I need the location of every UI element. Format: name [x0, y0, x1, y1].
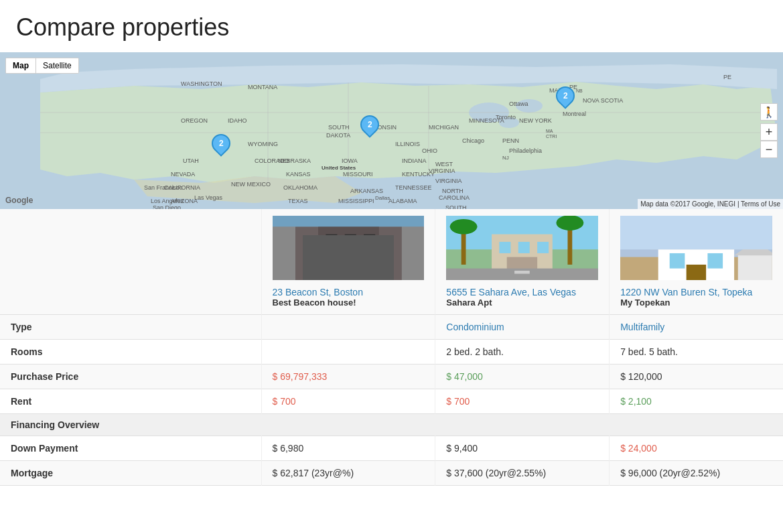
svg-rect-75 [344, 257, 356, 273]
svg-text:UTAH: UTAH [183, 157, 199, 164]
zoom-out-button[interactable]: − [760, 141, 778, 158]
svg-text:ALABAMA: ALABAMA [388, 198, 417, 204]
svg-text:IOWA: IOWA [342, 157, 358, 164]
row-value: $ 69,797,333 [261, 364, 435, 389]
property-photo-topeka [620, 216, 772, 280]
map-attribution: Map data ©2017 Google, INEGI | Terms of … [638, 199, 783, 209]
svg-text:CAROLINA: CAROLINA [439, 194, 470, 201]
svg-text:WASHINGTON: WASHINGTON [181, 80, 222, 87]
property-address-topeka[interactable]: 1220 NW Van Buren St, Topeka [620, 287, 752, 297]
svg-rect-73 [364, 235, 375, 250]
svg-text:WEST: WEST [435, 161, 453, 168]
svg-text:ILLINOIS: ILLINOIS [395, 141, 420, 147]
row-value: $ 62,817 (23yr@%) [261, 461, 435, 486]
property-col-boston: 23 Beacon St, Boston Best Beacon house! [261, 209, 435, 315]
svg-text:PENN: PENN [502, 137, 519, 144]
map-view-button[interactable]: Map [6, 58, 36, 73]
svg-point-82 [450, 219, 478, 235]
row-label: Down Payment [0, 436, 261, 461]
svg-rect-90 [446, 269, 598, 280]
svg-text:NEW MEXICO: NEW MEXICO [231, 181, 271, 188]
satellite-view-button[interactable]: Satellite [36, 58, 78, 73]
svg-rect-88 [537, 242, 549, 253]
row-label: Purchase Price [0, 364, 261, 389]
svg-text:Toronto: Toronto [496, 114, 516, 121]
svg-text:Montreal: Montreal [563, 111, 586, 117]
properties-header-row: 23 Beacon St, Boston Best Beacon house! [0, 209, 783, 315]
zoom-in-button[interactable]: + [760, 123, 778, 141]
svg-rect-72 [344, 235, 356, 250]
svg-text:Los Angeles: Los Angeles [151, 198, 184, 204]
svg-text:OREGON: OREGON [181, 117, 208, 124]
row-value: $ 6,980 [261, 436, 435, 461]
svg-text:MICHIGAN: MICHIGAN [429, 124, 459, 131]
svg-text:NEW YORK: NEW YORK [519, 117, 552, 124]
row-label: Rooms [0, 340, 261, 364]
svg-text:GEORGIA: GEORGIA [435, 208, 464, 209]
property-col-topeka: 1220 NW Van Buren St, Topeka My Topekan [610, 209, 783, 315]
svg-text:ARKANSAS: ARKANSAS [350, 188, 383, 194]
svg-text:IDAHO: IDAHO [228, 117, 247, 124]
map-pin-boston[interactable]: 2 [212, 134, 230, 153]
row-label: Mortgage [0, 461, 261, 486]
property-col-vegas: 5655 E Sahara Ave, Las Vegas Sahara Apt [435, 209, 610, 315]
svg-text:NJ: NJ [502, 155, 509, 161]
svg-text:TENNESSEE: TENNESSEE [395, 184, 432, 191]
svg-rect-69 [318, 219, 379, 280]
svg-text:DAKOTA: DAKOTA [326, 132, 350, 139]
row-value [261, 315, 435, 340]
row-value: 2 bed. 2 bath. [435, 340, 610, 364]
svg-text:NORTH: NORTH [442, 188, 464, 194]
svg-text:INDIANA: INDIANA [402, 157, 427, 164]
svg-rect-99 [738, 253, 772, 280]
svg-text:MISSOURI: MISSOURI [343, 171, 373, 178]
svg-text:NEBRASKA: NEBRASKA [278, 157, 311, 164]
svg-text:OHIO: OHIO [422, 147, 437, 154]
property-photo-boston [273, 216, 425, 280]
row-value: $ 120,000 [610, 364, 783, 389]
property-description-topeka: My Topekan [620, 297, 772, 308]
svg-text:CTRI: CTRI [546, 134, 557, 139]
svg-text:San Francisco: San Francisco [144, 184, 183, 191]
map-container: SOUTH DAKOTA OREGON IDAHO WYOMING COLORA… [0, 52, 783, 209]
property-address-vegas[interactable]: 5655 E Sahara Ave, Las Vegas [446, 287, 576, 297]
property-photo-vegas [446, 216, 598, 280]
compare-row: Purchase Price$ 69,797,333$ 47,000$ 120,… [0, 364, 783, 389]
svg-text:United States: United States [322, 165, 356, 171]
property-description-boston: Best Beacon house! [273, 297, 425, 308]
svg-text:KANSAS: KANSAS [286, 171, 311, 178]
row-value: $ 700 [261, 389, 435, 414]
svg-text:MONTANA: MONTANA [248, 84, 277, 90]
compare-row: Down Payment$ 6,980$ 9,400$ 24,000 [0, 436, 783, 461]
svg-rect-78 [337, 269, 360, 280]
svg-text:SOUTH: SOUTH [328, 124, 350, 131]
svg-text:MA: MA [546, 129, 553, 133]
svg-text:Chicago: Chicago [462, 137, 484, 144]
property-address-boston[interactable]: 23 Beacon St, Boston [273, 287, 363, 297]
row-value: $ 9,400 [435, 436, 610, 461]
svg-text:WYOMING: WYOMING [248, 141, 278, 147]
svg-rect-77 [310, 253, 386, 259]
svg-rect-71 [326, 235, 337, 250]
svg-rect-76 [364, 257, 375, 273]
map-pin-topeka[interactable]: 2 [556, 86, 575, 105]
compare-table: 23 Beacon St, Boston Best Beacon house! [0, 209, 783, 486]
svg-text:TEXAS: TEXAS [288, 198, 308, 204]
svg-point-84 [557, 216, 584, 230]
svg-rect-98 [687, 265, 706, 280]
row-value: Multifamily [610, 315, 783, 340]
svg-text:VIRGINIA: VIRGINIA [435, 178, 462, 184]
map-controls: Map Satellite [5, 58, 79, 74]
svg-text:NEVADA: NEVADA [171, 171, 195, 178]
svg-rect-97 [708, 253, 723, 269]
row-value: $ 2,100 [610, 389, 783, 414]
map-pin-vegas[interactable]: 2 [360, 115, 379, 134]
svg-text:Ottawa: Ottawa [509, 101, 528, 107]
row-value [261, 340, 435, 364]
row-label: Rent [0, 389, 261, 414]
street-view-button[interactable]: 🚶 [760, 103, 778, 121]
compare-row: Rooms2 bed. 2 bath.7 bed. 5 bath. [0, 340, 783, 364]
row-value: $ 47,000 [435, 364, 610, 389]
properties-area: 23 Beacon St, Boston Best Beacon house! [0, 209, 783, 499]
svg-text:NB: NB [576, 88, 583, 93]
